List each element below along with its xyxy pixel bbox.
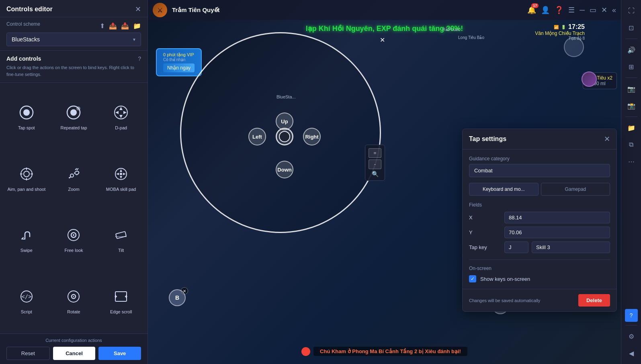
panel-header: Controls editor ✕ (0, 0, 147, 17)
tab-keyboard-mouse[interactable]: Keyboard and mo... (469, 183, 539, 196)
scheme-select-wrapper: BlueStacks (6, 33, 141, 46)
hud-time: 17:25 (568, 23, 585, 31)
show-keys-checkbox[interactable]: ✓ (469, 275, 476, 282)
rs-camera-icon[interactable]: 📷 (624, 81, 639, 96)
rs-grid-icon[interactable]: ⊞ (624, 59, 639, 74)
control-zoom[interactable]: Zoom (51, 147, 97, 208)
control-tap-spot[interactable]: Tap spot (3, 86, 50, 147)
tilt-label: Tilt (118, 247, 124, 253)
menu-icon[interactable]: ☰ (568, 6, 575, 14)
script-label: Script (21, 309, 32, 315)
moba-skill-pad-icon (112, 165, 130, 183)
rs-arrow-left-icon[interactable]: ◀ (624, 346, 639, 361)
field-tap-key-input[interactable] (504, 241, 528, 253)
account-icon[interactable]: 👤 (541, 6, 550, 14)
scheme-icon-sync[interactable]: ⬆ (100, 22, 105, 30)
dpad-down-button[interactable]: Down (276, 161, 293, 178)
rs-volume-icon[interactable]: 🔊 (624, 42, 639, 57)
help-icon[interactable]: ? (138, 55, 141, 62)
scheme-icon-folder[interactable]: 📁 (133, 22, 141, 30)
control-edge-scroll[interactable]: Edge scroll (98, 270, 144, 331)
rs-layers-icon[interactable]: ⧉ (624, 137, 639, 152)
tab-row: Keyboard and mo... Gamepad (469, 183, 610, 196)
show-keys-label: Show keys on-screen (480, 276, 530, 282)
control-script[interactable]: </> Script (3, 270, 50, 331)
restore-icon[interactable]: ▭ (590, 6, 596, 14)
help-topbar-icon[interactable]: ❓ (555, 6, 563, 14)
edge-scroll-label: Edge scroll (110, 309, 132, 315)
field-y-input[interactable] (504, 227, 610, 238)
dpad-close-button[interactable]: ✕ (380, 36, 385, 44)
field-x-input[interactable] (504, 212, 610, 223)
dpad-right-button[interactable]: Right (303, 128, 321, 145)
minimize-icon[interactable]: ─ (580, 6, 585, 14)
dpad-center-inner (279, 131, 290, 142)
bottom-msg-icon (301, 347, 310, 356)
dpad-left-button[interactable]: Left (248, 128, 266, 145)
notification-icon[interactable]: 🔔 17 (527, 6, 536, 14)
control-free-look[interactable]: Free look (51, 209, 97, 269)
tap-settings-header: Tap settings ✕ (463, 129, 616, 149)
field-skill-input[interactable] (532, 241, 610, 253)
control-tilt[interactable]: Tilt (98, 209, 144, 269)
tab-gamepad[interactable]: Gamepad (541, 183, 610, 196)
scheme-select[interactable]: BlueStacks (6, 33, 141, 46)
overlay-equals-btn[interactable]: = (369, 148, 381, 158)
controls-editor-panel: Controls editor ✕ Control scheme ⬆ 📤 📥 📁… (0, 0, 148, 364)
hud-title: Vân Mộng Chiều Trạch (535, 31, 585, 36)
control-aim-pan-shoot[interactable]: Aim, pan and shoot (3, 147, 50, 208)
field-tap-key-label: Tap key (469, 244, 501, 250)
field-x-row: X (469, 212, 610, 223)
rs-divider-4 (625, 325, 637, 325)
control-moba-skill-pad[interactable]: MOBA skill pad (98, 147, 144, 208)
rs-screenshot-icon[interactable]: 📸 (624, 98, 639, 113)
svg-point-16 (70, 174, 74, 177)
control-repeated-tap[interactable]: Repeated tap (51, 86, 97, 147)
svg-marker-21 (120, 169, 122, 172)
overlay-zoom-icon[interactable]: 🔍 (369, 171, 381, 177)
scheme-icon-export[interactable]: 📤 (109, 22, 117, 30)
right-sidebar: ⛶ ⊡ 🔊 ⊞ 📷 📸 📁 ⧉ ⋯ ? ⚙ ◀ (621, 0, 641, 364)
control-swipe[interactable]: Swipe (3, 209, 50, 269)
panel-close-button[interactable]: ✕ (135, 6, 141, 13)
delete-button[interactable]: Delete (578, 294, 610, 307)
collapse-left-icon[interactable]: « (612, 6, 616, 14)
control-d-pad[interactable]: D-pad (98, 86, 144, 147)
panel-title: Controls editor (6, 6, 53, 13)
close-window-icon[interactable]: ✕ (601, 6, 607, 14)
dpad-center-button[interactable] (276, 128, 293, 145)
rs-collapse-icon[interactable]: ⊡ (624, 20, 639, 35)
rs-folder-icon[interactable]: 📁 (624, 120, 639, 135)
rs-question-icon[interactable]: ? (625, 309, 638, 322)
svg-point-27 (73, 234, 74, 236)
float-b-button[interactable]: B (169, 289, 186, 306)
rs-settings-icon[interactable]: ⚙ (624, 329, 639, 344)
svg-marker-23 (116, 173, 119, 175)
save-button[interactable]: Save (98, 347, 141, 360)
rs-divider-2 (625, 78, 637, 78)
add-controls-desc: Click or drag the actions on the screen … (6, 64, 141, 78)
rotate-icon (64, 287, 83, 306)
fields-section-label: Fields (469, 202, 610, 208)
scheme-icon-import[interactable]: 📥 (121, 22, 129, 30)
control-rotate[interactable]: Rotate (51, 270, 97, 331)
battery-icon: 🔋 (561, 25, 566, 29)
show-keys-row: ✓ Show keys on-screen (469, 275, 610, 282)
tap-settings-footer: Changes will be saved automatically Dele… (463, 289, 616, 311)
free-look-icon (64, 226, 83, 244)
d-pad-label: D-pad (115, 125, 127, 131)
svg-point-3 (70, 109, 77, 116)
overlay-minus-btn[interactable]: - (369, 160, 381, 169)
topbar-icons: 🔔 17 👤 ❓ ☰ ─ ▭ ✕ « (527, 6, 616, 14)
rs-expand-icon[interactable]: ⛶ (624, 3, 639, 18)
repeated-tap-icon (64, 103, 83, 122)
rs-more-icon[interactable]: ⋯ (624, 154, 639, 169)
reset-button[interactable]: Reset (6, 347, 50, 360)
bottom-message: Chú Kham ở Phong Ma Bí Cảnh Tầng 2 bị Xi… (313, 347, 467, 356)
cancel-button[interactable]: Cancel (53, 347, 96, 360)
guidance-category-input[interactable] (469, 164, 610, 177)
swipe-label: Swipe (20, 247, 33, 253)
game-title: Trảm Tiên Quyết (172, 6, 522, 14)
tap-settings-close-button[interactable]: ✕ (604, 135, 610, 143)
current-config-label: Current configuration actions (6, 338, 141, 343)
